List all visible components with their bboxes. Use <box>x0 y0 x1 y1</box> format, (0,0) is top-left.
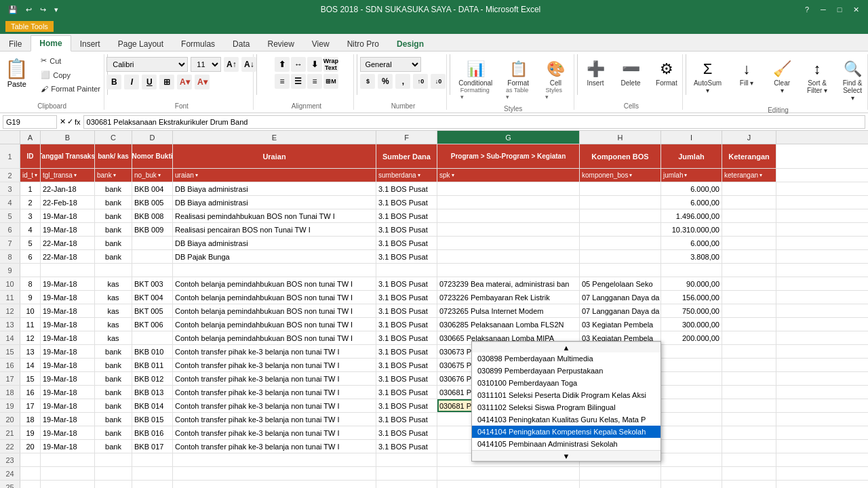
cell-i-3[interactable]: 6.000,00 <box>661 182 722 195</box>
cell-j-24[interactable] <box>722 467 776 480</box>
dropdown-item-2[interactable]: 0310100 Pemberdayaan Toga <box>472 377 660 389</box>
cell-c-5[interactable]: bank <box>95 209 132 222</box>
cell-c2[interactable]: bank▾ <box>95 169 132 182</box>
bold-button[interactable]: B <box>106 75 121 89</box>
cell-d-5[interactable]: BKB 008 <box>132 209 173 222</box>
cell-f-18[interactable]: 3.1 BOS Pusat <box>376 386 437 399</box>
cell-f-24[interactable] <box>376 467 437 480</box>
cell-e-3[interactable]: DB Biaya administrasi <box>173 182 376 195</box>
cell-i-25[interactable] <box>661 481 722 488</box>
align-middle-button[interactable]: ↔ <box>291 57 306 72</box>
cell-c-23[interactable] <box>95 453 132 466</box>
cell-h-13[interactable]: 03 Kegiatan Pembela <box>580 318 661 331</box>
col-header-b[interactable]: B <box>41 131 95 144</box>
formula-input[interactable] <box>83 115 865 129</box>
cell-d-13[interactable]: BKT 006 <box>132 318 173 331</box>
cell-f-19[interactable]: 3.1 BOS Pusat <box>376 399 437 412</box>
align-left-button[interactable]: ≡ <box>275 74 290 89</box>
percent-button[interactable]: % <box>378 74 393 89</box>
cell-i-12[interactable]: 750.000,00 <box>661 304 722 317</box>
cell-c-25[interactable] <box>95 481 132 488</box>
cell-d-23[interactable] <box>132 453 173 466</box>
cell-f-14[interactable]: 3.1 BOS Pusat <box>376 331 437 344</box>
cell-b-22[interactable]: 19-Mar-18 <box>41 440 95 453</box>
cell-i-18[interactable] <box>661 386 722 399</box>
cell-g-12[interactable]: 0723265 Pulsa Internet Modem <box>437 304 580 317</box>
cell-d-10[interactable]: BKT 003 <box>132 277 173 290</box>
cell-i-13[interactable]: 300.000,00 <box>661 318 722 331</box>
cancel-formula-icon[interactable]: ✕ <box>60 117 66 126</box>
cell-f-21[interactable]: 3.1 BOS Pusat <box>376 426 437 439</box>
cell-c-10[interactable]: kas <box>95 277 132 290</box>
cell-d-17[interactable]: BKB 012 <box>132 372 173 385</box>
cell-dropdown[interactable]: ▲ 030898 Pemberdayaan Multimedia 030899 … <box>471 341 661 462</box>
cell-j-18[interactable] <box>722 386 776 399</box>
col-header-f[interactable]: F <box>376 131 437 144</box>
cell-c-24[interactable] <box>95 467 132 480</box>
format-as-table-button[interactable]: 📋 Format as Table ▾ <box>500 57 537 104</box>
cell-g-8[interactable] <box>437 250 580 263</box>
cell-h-3[interactable] <box>580 182 661 195</box>
align-right-button[interactable]: ≡ <box>307 74 322 89</box>
cell-b-8[interactable]: 22-Mar-18 <box>41 250 95 263</box>
cell-e-13[interactable]: Contoh belanja pemindahbukuan BOS non tu… <box>173 318 376 331</box>
cell-h-10[interactable]: 05 Pengelolaan Seko <box>580 277 661 290</box>
cell-f-11[interactable]: 3.1 BOS Pusat <box>376 291 437 304</box>
cell-e-18[interactable]: Contoh transfer pihak ke-3 belanja non t… <box>173 386 376 399</box>
cell-i-5[interactable]: 1.496.000,00 <box>661 209 722 222</box>
format-painter-button[interactable]: 🖌 Format Painter <box>36 83 105 95</box>
cell-b-16[interactable]: 19-Mar-18 <box>41 359 95 371</box>
cell-i-23[interactable] <box>661 453 722 466</box>
cell-styles-button[interactable]: 🎨 Cell Styles ▾ <box>539 57 572 104</box>
cell-j-19[interactable] <box>722 399 776 412</box>
delete-cells-button[interactable]: ➖ Delete <box>614 57 647 90</box>
cell-b-25[interactable] <box>41 481 95 488</box>
paste-button[interactable]: 📋 Paste <box>0 54 35 92</box>
cell-f-12[interactable]: 3.1 BOS Pusat <box>376 304 437 317</box>
dropdown-item-0[interactable]: 030898 Pemberdayaan Multimedia <box>472 352 660 365</box>
cell-b-17[interactable]: 19-Mar-18 <box>41 372 95 385</box>
cell-e-10[interactable]: Contoh belanja pemindahbukuan BOS non tu… <box>173 277 376 290</box>
cell-b2[interactable]: tgl_transa▾ <box>41 169 95 182</box>
font-size-select[interactable]: 11 <box>191 57 221 72</box>
cell-j-13[interactable] <box>722 318 776 331</box>
cell-g-24[interactable] <box>437 467 580 480</box>
cell-i-21[interactable] <box>661 426 722 439</box>
cell-j-15[interactable] <box>722 345 776 358</box>
insert-cells-button[interactable]: ➕ Insert <box>579 57 612 90</box>
cell-a-3[interactable]: 1 <box>20 182 41 195</box>
cell-d-11[interactable]: BKT 004 <box>132 291 173 304</box>
cell-a-9[interactable] <box>20 264 41 277</box>
cell-j-16[interactable] <box>722 359 776 371</box>
cell-a2[interactable]: id_t▾ <box>20 169 41 182</box>
cell-g1[interactable]: Program > Sub-Program > Kegiatan <box>437 144 580 168</box>
cell-d-25[interactable] <box>132 481 173 488</box>
dropdown-scroll-down[interactable]: ▼ <box>472 450 660 461</box>
col-header-a[interactable]: A <box>20 131 41 144</box>
cell-i-9[interactable] <box>661 264 722 277</box>
save-icon[interactable]: 💾 <box>5 4 20 16</box>
cell-c-16[interactable]: bank <box>95 359 132 371</box>
cell-a-6[interactable]: 4 <box>20 223 41 236</box>
wrap-text-button[interactable]: Wrap Text <box>323 57 338 72</box>
cell-d-19[interactable]: BKB 014 <box>132 399 173 412</box>
col-header-d[interactable]: D <box>132 131 173 144</box>
cell-c-14[interactable]: kas <box>95 331 132 344</box>
cell-d-22[interactable]: BKB 017 <box>132 440 173 453</box>
cell-i-4[interactable]: 6.000,00 <box>661 196 722 209</box>
cell-e-11[interactable]: Contoh belanja pemindahbukuan BOS non tu… <box>173 291 376 304</box>
cell-h1[interactable]: Komponen BOS <box>580 144 661 168</box>
cell-i-15[interactable] <box>661 345 722 358</box>
minimize-button[interactable]: ─ <box>816 4 830 15</box>
cell-e-8[interactable]: DB Pajak Bunga <box>173 250 376 263</box>
cell-j-23[interactable] <box>722 453 776 466</box>
col-header-h[interactable]: H <box>580 131 661 144</box>
align-bottom-button[interactable]: ⬇ <box>307 57 322 72</box>
cell-d-16[interactable]: BKB 011 <box>132 359 173 371</box>
increase-decimal-button[interactable]: ↑0 <box>413 74 428 89</box>
cell-e-14[interactable]: Contoh belanja pemindahbukuan BOS non tu… <box>173 331 376 344</box>
cell-j-3[interactable] <box>722 182 776 195</box>
cell-d-15[interactable]: BKB 010 <box>132 345 173 358</box>
cell-d2[interactable]: no_buk▾ <box>132 169 173 182</box>
cell-d-14[interactable] <box>132 331 173 344</box>
